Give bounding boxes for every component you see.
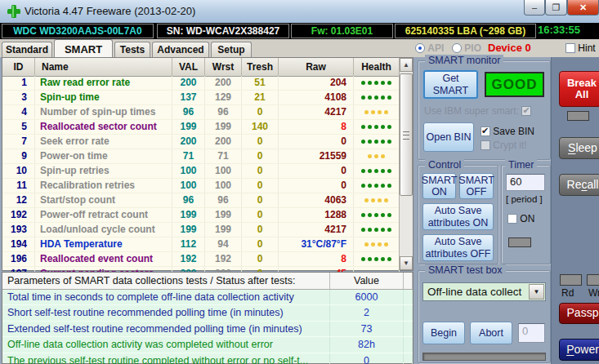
tab-tests[interactable]: Tests	[114, 42, 150, 57]
attr-id: 192	[2, 208, 35, 222]
attr-id: 10	[2, 164, 35, 178]
timer-on-label: ON	[520, 213, 534, 224]
tab-advanced[interactable]: Advanced	[152, 42, 209, 57]
hint-checkbox[interactable]: Hint	[565, 42, 596, 54]
health-dot-icon	[361, 213, 365, 217]
health-dot-icon	[368, 125, 372, 129]
hint-checkbox-box[interactable]	[565, 43, 575, 53]
params-table: Parameters of SMART data collections tes…	[2, 272, 413, 364]
health-dot-icon	[374, 95, 378, 100]
smart-off-button[interactable]: SMART OFF	[459, 173, 494, 199]
save-bin-checkbox-box[interactable]	[481, 127, 490, 136]
smart-attribute-row[interactable]: 9Power-on time7171021559	[2, 149, 400, 164]
health-dot-icon	[381, 81, 385, 85]
ibm-smart-checkbox-box[interactable]	[521, 106, 531, 116]
power-button[interactable]: Power	[559, 339, 599, 361]
timer-on-checkbox[interactable]: ON	[507, 213, 534, 224]
minimize-button[interactable]: –	[524, 0, 545, 16]
smart-attribute-row[interactable]: 1Raw read error rate20020051204	[2, 76, 400, 91]
timer-period-input[interactable]: 60	[506, 174, 545, 191]
smart-attribute-row[interactable]: 193Load/unload cycle count19919904217	[2, 223, 400, 237]
health-dot-icon	[361, 95, 365, 100]
api-radio[interactable]: API	[415, 42, 444, 54]
smart-attribute-row[interactable]: 10Spin-up retries10010000	[2, 164, 400, 179]
get-smart-button[interactable]: Get SMART	[423, 70, 478, 99]
params-table-header: Parameters of SMART data collections tes…	[2, 273, 413, 290]
params-row[interactable]: The previous self-test routine completed…	[2, 353, 413, 364]
attr-tresh: 0	[242, 164, 279, 178]
smart-attribute-row[interactable]: 7Seek error rate20020000	[2, 135, 400, 149]
health-dot-icon	[387, 140, 391, 144]
recall-button[interactable]: Recall	[559, 174, 599, 196]
close-button[interactable]: ✕	[567, 0, 599, 16]
attr-wrst: 96	[205, 105, 242, 119]
api-radio-circle[interactable]	[415, 43, 425, 53]
crypt-checkbox-box[interactable]	[481, 140, 490, 150]
smart-attribute-row[interactable]: 12Start/stop count969604063	[2, 193, 400, 208]
title-bar: Victoria 4.47 Freeware (2013-02-20) – ❐ …	[0, 0, 599, 24]
save-bin-checkbox[interactable]: Save BIN	[481, 126, 534, 137]
params-row[interactable]: Off-line data collection activity was co…	[2, 337, 413, 353]
params-row[interactable]: Short self-test routine recommended poll…	[2, 305, 413, 321]
attr-tresh: 0	[242, 149, 279, 163]
params-header-label: Parameters of SMART data collections tes…	[2, 273, 330, 289]
crypt-checkbox[interactable]: Crypt it!	[481, 140, 527, 151]
abort-button[interactable]: Abort	[470, 322, 512, 344]
smart-attribute-row[interactable]: 11Recalibration retries10010000	[2, 179, 400, 193]
smart-attribute-row[interactable]: 196Reallocated event count19219208	[2, 252, 400, 267]
params-row[interactable]: Total time in seconds to complete off-li…	[2, 290, 413, 305]
control-title: Control	[425, 159, 464, 171]
attr-wrst: 199	[205, 223, 242, 237]
dropdown-arrow-icon[interactable]: ▼	[529, 284, 544, 300]
pio-radio[interactable]: PIO	[452, 42, 481, 54]
sleep-button[interactable]: Sleep	[559, 137, 599, 159]
attr-raw: 31°C/87°F	[279, 237, 354, 251]
attr-wrst: 199	[205, 120, 242, 134]
smart-attribute-row[interactable]: 192Power-off retract count19919901288	[2, 208, 400, 223]
attr-raw: 4108	[279, 91, 354, 104]
attr-name: HDA Temperature	[35, 237, 172, 251]
test-counter-field[interactable]: 0	[518, 323, 545, 343]
tab-setup[interactable]: Setup	[211, 42, 252, 57]
autosave-on-button[interactable]: Auto Save attributes ON	[422, 203, 494, 230]
pio-radio-circle[interactable]	[452, 43, 462, 53]
attr-health	[354, 76, 400, 90]
smart-attribute-row[interactable]: 3Spin-up time137129214108	[2, 91, 400, 105]
break-all-button[interactable]: Break All	[559, 71, 599, 107]
hint-label: Hint	[578, 42, 595, 54]
begin-button[interactable]: Begin	[422, 322, 465, 344]
attr-raw: 8	[279, 120, 354, 134]
attr-val: 112	[172, 237, 205, 251]
attr-health	[354, 105, 400, 119]
passp-button[interactable]: Passp	[559, 303, 599, 324]
health-dot-icon	[387, 125, 391, 129]
tab-standard[interactable]: Standard	[2, 42, 52, 57]
save-bin-label: Save BIN	[493, 126, 534, 137]
scroll-up-icon[interactable]: ▲	[400, 58, 413, 72]
smart-attribute-row[interactable]: 4Number of spin-up times969604217	[2, 105, 400, 120]
health-dot-icon	[384, 110, 388, 114]
attr-raw: 0	[279, 179, 354, 193]
scrollbar-thumb[interactable]	[400, 73, 413, 196]
scroll-down-icon[interactable]: ▼	[400, 256, 413, 270]
smart-on-button[interactable]: SMART ON	[422, 173, 456, 199]
tab-smart[interactable]: SMART	[54, 39, 113, 57]
test-select-dropdown[interactable]: Off-line data collect ▼	[422, 282, 546, 301]
param-spacer	[404, 337, 413, 352]
smart-attribute-row[interactable]: 5Reallocated sector count1991991408	[2, 120, 400, 135]
param-value: 73	[330, 322, 404, 336]
timer-on-checkbox-box[interactable]	[507, 214, 517, 224]
maximize-button[interactable]: ❐	[545, 0, 567, 16]
health-dot-icon	[381, 154, 385, 158]
autosave-off-button[interactable]: Auto Save attributes OFF	[422, 234, 494, 261]
ibm-smart-checkbox[interactable]: Use IBM super smart:	[424, 105, 531, 117]
attr-val: 100	[172, 179, 205, 193]
health-dot-icon	[361, 125, 365, 129]
smart-attribute-row[interactable]: 194HDA Temperature11294031°C/87°F	[2, 237, 400, 252]
params-row[interactable]: Extended self-test routine recommended p…	[2, 322, 413, 337]
open-bin-button[interactable]: Open BIN	[423, 122, 474, 152]
attr-health	[354, 164, 400, 178]
smart-table-scrollbar[interactable]: ▲ ▼	[399, 58, 413, 270]
attr-id: 9	[2, 149, 35, 163]
attr-health	[354, 208, 400, 222]
